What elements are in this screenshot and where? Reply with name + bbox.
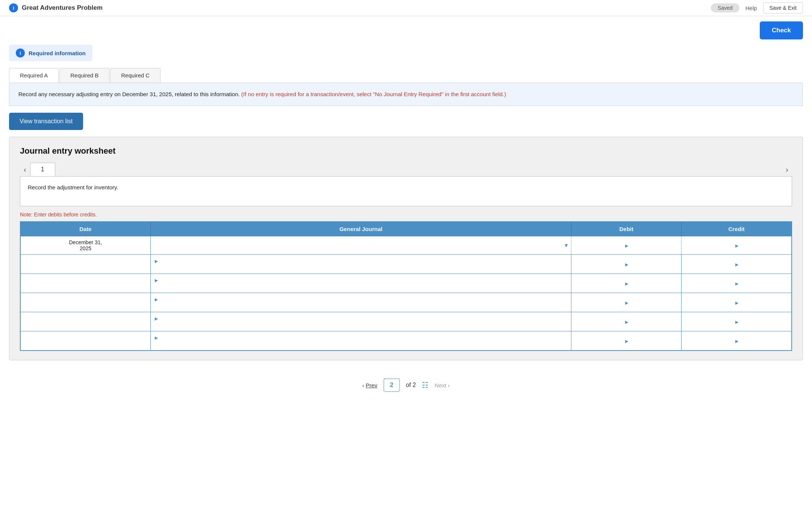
gj-arrow-icon-2: ► bbox=[154, 258, 159, 264]
tab-required-a[interactable]: Required A bbox=[9, 68, 59, 83]
top-bar-left: i Great Adventures Problem bbox=[9, 3, 103, 12]
next-label: Next bbox=[435, 382, 446, 388]
col-debit: Debit bbox=[571, 222, 682, 236]
gj-input-5[interactable] bbox=[153, 322, 569, 328]
credit-arrow-icon-4: ► bbox=[734, 300, 739, 306]
page-title: Great Adventures Problem bbox=[22, 4, 103, 12]
required-info-banner: i Required information bbox=[9, 45, 92, 61]
debit-arrow-icon-5: ► bbox=[624, 319, 629, 325]
credit-arrow-icon-6: ► bbox=[734, 338, 739, 344]
col-credit: Credit bbox=[682, 222, 792, 236]
credit-cell-4[interactable]: ► bbox=[682, 293, 792, 312]
credit-arrow-icon-2: ► bbox=[734, 261, 739, 268]
date-cell-6 bbox=[20, 331, 150, 351]
top-bar: i Great Adventures Problem Saved Help Sa… bbox=[0, 0, 812, 16]
grid-icon[interactable]: ☷ bbox=[422, 381, 429, 390]
gj-arrow-icon-5: ► bbox=[154, 316, 159, 322]
worksheet-tabs: ‹ 1 › bbox=[20, 163, 792, 176]
gj-input-1[interactable] bbox=[153, 243, 569, 249]
gj-input-4[interactable] bbox=[153, 303, 569, 309]
debit-arrow-icon-4: ► bbox=[624, 300, 629, 306]
debit-arrow-icon-6: ► bbox=[624, 338, 629, 344]
credit-cell-5[interactable]: ► bbox=[682, 312, 792, 331]
date-cell-2 bbox=[20, 255, 150, 274]
credit-arrow-icon: ► bbox=[734, 243, 739, 249]
col-general-journal: General Journal bbox=[150, 222, 571, 236]
table-row: ► ► ► bbox=[20, 255, 792, 274]
worksheet-prev-btn[interactable]: ‹ bbox=[20, 164, 30, 175]
credit-cell-1[interactable]: ► bbox=[682, 236, 792, 255]
next-button[interactable]: Next › bbox=[435, 382, 450, 388]
save-exit-button[interactable]: Save & Exit bbox=[763, 2, 803, 14]
instruction-box: Record any necessary adjusting entry on … bbox=[9, 83, 803, 106]
gj-cell-1[interactable]: ▼ bbox=[150, 236, 571, 255]
prev-button[interactable]: ‹ Prev bbox=[362, 382, 377, 388]
table-row: December 31,2025 ▼ ► ► bbox=[20, 236, 792, 255]
table-row: ► ► ► bbox=[20, 331, 792, 351]
saved-badge: Saved bbox=[711, 3, 739, 12]
note-text: Note: Enter debits before credits. bbox=[20, 212, 792, 218]
required-info-label: Required information bbox=[29, 50, 86, 56]
gj-cell-4[interactable]: ► bbox=[150, 293, 571, 312]
next-arrow-icon: › bbox=[448, 382, 450, 388]
table-row: ► ► ► bbox=[20, 293, 792, 312]
date-cell-1: December 31,2025 bbox=[20, 236, 150, 255]
journal-table: Date General Journal Debit Credit Decemb… bbox=[20, 221, 792, 351]
credit-arrow-icon-3: ► bbox=[734, 281, 739, 287]
record-note-text: Record the adjustment for inventory. bbox=[28, 184, 118, 190]
gj-input-6[interactable] bbox=[153, 341, 569, 347]
date-cell-4 bbox=[20, 293, 150, 312]
record-note-box: Record the adjustment for inventory. bbox=[20, 176, 792, 206]
tab-required-b[interactable]: Required B bbox=[59, 68, 109, 83]
debit-cell-2[interactable]: ► bbox=[571, 255, 682, 274]
gj-input-3[interactable] bbox=[153, 284, 569, 290]
debit-cell-4[interactable]: ► bbox=[571, 293, 682, 312]
view-transaction-button[interactable]: View transaction list bbox=[9, 113, 83, 130]
worksheet-title: Journal entry worksheet bbox=[20, 146, 792, 156]
required-info-icon: i bbox=[16, 48, 25, 57]
gj-cell-2[interactable]: ► bbox=[150, 255, 571, 274]
gj-cell-3[interactable]: ► bbox=[150, 274, 571, 293]
debit-cell-3[interactable]: ► bbox=[571, 274, 682, 293]
gj-arrow-icon-6: ► bbox=[154, 335, 159, 341]
current-page[interactable]: 2 bbox=[383, 378, 400, 392]
gj-cell-6[interactable]: ► bbox=[150, 331, 571, 351]
date-cell-5 bbox=[20, 312, 150, 331]
gj-cell-5[interactable]: ► bbox=[150, 312, 571, 331]
credit-cell-6[interactable]: ► bbox=[682, 331, 792, 351]
table-row: ► ► ► bbox=[20, 274, 792, 293]
info-icon: i bbox=[9, 3, 18, 12]
debit-arrow-icon-2: ► bbox=[624, 261, 629, 268]
top-bar-right: Saved Help Save & Exit bbox=[711, 2, 803, 14]
worksheet-next-btn[interactable]: › bbox=[782, 164, 792, 175]
worksheet-container: Journal entry worksheet ‹ 1 › Record the… bbox=[9, 137, 803, 360]
debit-arrow-icon: ► bbox=[624, 243, 629, 249]
debit-cell-1[interactable]: ► bbox=[571, 236, 682, 255]
credit-cell-3[interactable]: ► bbox=[682, 274, 792, 293]
debit-cell-5[interactable]: ► bbox=[571, 312, 682, 331]
credit-arrow-icon-5: ► bbox=[734, 319, 739, 325]
gj-input-2[interactable] bbox=[153, 265, 569, 271]
gj-arrow-icon-3: ► bbox=[154, 277, 159, 283]
help-link[interactable]: Help bbox=[745, 5, 757, 11]
debit-cell-6[interactable]: ► bbox=[571, 331, 682, 351]
of-text: of 2 bbox=[406, 382, 416, 388]
col-date: Date bbox=[20, 222, 150, 236]
pagination: ‹ Prev 2 of 2 ☷ Next › bbox=[0, 372, 812, 396]
tab-required-c[interactable]: Required C bbox=[110, 68, 161, 83]
prev-arrow-icon: ‹ bbox=[362, 382, 364, 388]
gj-arrow-icon-4: ► bbox=[154, 296, 159, 302]
worksheet-tab-1[interactable]: 1 bbox=[30, 163, 55, 176]
prev-label: Prev bbox=[366, 382, 377, 388]
instruction-orange: (If no entry is required for a transacti… bbox=[241, 91, 506, 97]
tabs-container: Required A Required B Required C bbox=[9, 68, 803, 83]
date-cell-3 bbox=[20, 274, 150, 293]
instruction-main: Record any necessary adjusting entry on … bbox=[18, 91, 240, 97]
check-button[interactable]: Check bbox=[760, 21, 803, 39]
credit-cell-2[interactable]: ► bbox=[682, 255, 792, 274]
debit-arrow-icon-3: ► bbox=[624, 281, 629, 287]
table-row: ► ► ► bbox=[20, 312, 792, 331]
